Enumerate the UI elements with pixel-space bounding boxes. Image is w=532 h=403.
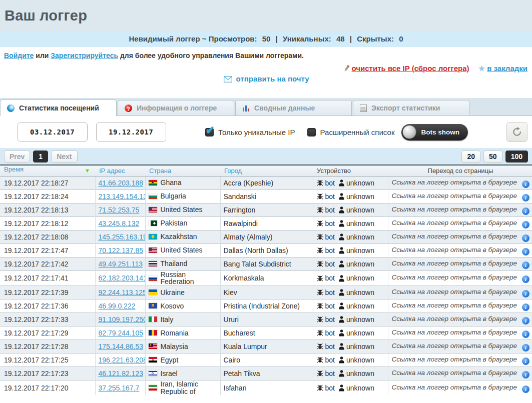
country-name: Kosovo bbox=[161, 302, 184, 310]
page-size-50-button[interactable]: 50 bbox=[483, 150, 502, 162]
ip-link[interactable]: 213.149.154.130 bbox=[99, 192, 146, 200]
ip-link[interactable]: 70.122.137.85 bbox=[99, 246, 144, 254]
info-icon[interactable]: i bbox=[522, 317, 529, 324]
referrer-text: Ссылка на логгер открыта в браузере bbox=[391, 369, 517, 376]
info-icon[interactable]: i bbox=[522, 221, 529, 228]
sort-desc-icon[interactable]: ▼ bbox=[85, 166, 90, 176]
tab-visit-statistics[interactable]: Статистика посещений bbox=[0, 100, 117, 116]
info-icon[interactable]: i bbox=[522, 208, 529, 215]
ip-link[interactable]: 82.79.244.105 bbox=[99, 329, 144, 337]
date-to-input[interactable] bbox=[96, 122, 166, 142]
column-header-country[interactable]: Страна bbox=[145, 166, 220, 176]
device-bot-label: bot bbox=[325, 233, 335, 241]
info-icon[interactable]: i bbox=[522, 262, 529, 269]
bookmark-link[interactable]: в закладки bbox=[487, 64, 527, 72]
country-flag-icon bbox=[149, 194, 157, 199]
ip-link[interactable]: 91.109.197.250 bbox=[99, 316, 146, 324]
tab-summary-data[interactable]: Сводные данные bbox=[235, 100, 352, 116]
visit-time: 19.12.2017 22:18:12 bbox=[0, 216, 95, 230]
ip-link[interactable]: 37.255.167.7 bbox=[99, 384, 140, 392]
next-page-button[interactable]: Next bbox=[51, 150, 77, 162]
ip-link[interactable]: 145.255.163.192 bbox=[99, 233, 146, 241]
country-name: United States bbox=[161, 246, 203, 254]
page-title: Ваш логгер bbox=[5, 8, 532, 24]
user-silhouette-icon bbox=[338, 233, 345, 240]
bot-spider-icon bbox=[316, 179, 324, 186]
device-bot-label: bot bbox=[325, 260, 335, 268]
ip-link[interactable]: 46.121.82.123 bbox=[99, 370, 144, 378]
country-flag-icon bbox=[149, 261, 157, 266]
table-row: 19.12.2017 22:17:25 196.221.63.208 Egypt… bbox=[0, 353, 532, 366]
page-size-20-button[interactable]: 20 bbox=[461, 150, 480, 162]
tab-label: Информация о логгере bbox=[137, 104, 217, 112]
referrer-text: Ссылка на логгер открыта в браузере bbox=[391, 342, 517, 350]
city: Korkmaskala bbox=[220, 270, 313, 286]
country-name: United States bbox=[161, 206, 203, 214]
visit-time: 19.12.2017 22:17:36 bbox=[0, 299, 95, 312]
ip-link[interactable]: 92.244.113.125 bbox=[99, 288, 146, 296]
info-icon[interactable]: i bbox=[522, 344, 529, 352]
tab-logger-info[interactable]: Информация о логгере bbox=[118, 100, 234, 116]
register-link[interactable]: Зарегистрируйтесь bbox=[51, 52, 118, 60]
visit-time: 19.12.2017 22:17:33 bbox=[0, 312, 95, 326]
info-icon[interactable]: i bbox=[522, 290, 529, 298]
country-flag-icon bbox=[149, 385, 157, 390]
refresh-button[interactable] bbox=[506, 122, 527, 142]
info-icon[interactable]: i bbox=[522, 276, 529, 283]
referrer-text: Ссылка на логгер открыта в браузере bbox=[391, 328, 517, 336]
views-count: 50 bbox=[262, 34, 271, 43]
ip-link[interactable]: 46.99.0.222 bbox=[99, 302, 136, 310]
current-page-button[interactable]: 1 bbox=[33, 150, 48, 162]
bot-spider-icon bbox=[316, 384, 324, 392]
column-header-time[interactable]: ▼ Время bbox=[0, 166, 95, 176]
column-header-ip[interactable]: IP адрес bbox=[95, 166, 145, 176]
ip-link[interactable]: 41.66.203.188 bbox=[99, 179, 144, 187]
prev-page-button[interactable]: Prev bbox=[4, 150, 30, 162]
date-from-input[interactable] bbox=[18, 122, 88, 142]
info-icon[interactable]: i bbox=[522, 304, 529, 311]
question-icon bbox=[125, 104, 132, 112]
tab-export-statistics[interactable]: Экспорт статистики bbox=[353, 100, 469, 116]
ip-link[interactable]: 43.245.8.132 bbox=[99, 220, 140, 228]
city: Pristina (Industrial Zone) bbox=[220, 299, 313, 312]
extended-list-checkbox[interactable] bbox=[307, 128, 316, 136]
login-link[interactable]: Войдите bbox=[4, 52, 34, 60]
user-silhouette-icon bbox=[338, 274, 345, 282]
device-bot-label: bot bbox=[325, 179, 335, 187]
links-section: Войдите или Зарегистрируйтесь для более … bbox=[0, 47, 532, 98]
ip-link[interactable]: 62.182.203.141 bbox=[99, 274, 146, 282]
page-size-100-button[interactable]: 100 bbox=[505, 150, 528, 162]
column-header-city[interactable]: Город bbox=[220, 166, 313, 176]
visit-time: 19.12.2017 22:17:42 bbox=[0, 257, 95, 270]
device-user-label: unknown bbox=[346, 316, 374, 324]
user-silhouette-icon bbox=[338, 316, 345, 323]
info-icon[interactable]: i bbox=[522, 248, 529, 256]
info-icon[interactable]: i bbox=[522, 194, 529, 202]
bots-shown-toggle[interactable]: Bots shown bbox=[401, 124, 468, 140]
device-user-label: unknown bbox=[346, 288, 374, 296]
visit-time: 19.12.2017 22:17:29 bbox=[0, 326, 95, 340]
info-icon[interactable]: i bbox=[522, 386, 529, 393]
auth-line: Войдите или Зарегистрируйтесь для более … bbox=[4, 52, 529, 60]
top-header: Ваш логгер bbox=[0, 0, 532, 31]
info-icon[interactable]: i bbox=[522, 234, 529, 242]
visit-time: 19.12.2017 22:18:13 bbox=[0, 203, 95, 216]
clear-all-ip-link[interactable]: очистить все IP (сброс логгера) bbox=[352, 64, 469, 72]
visit-time: 19.12.2017 22:17:47 bbox=[0, 244, 95, 257]
table-row: 19.12.2017 22:17:41 62.182.203.141 Russi… bbox=[0, 270, 532, 286]
send-mail-link[interactable]: отправить на почту bbox=[236, 74, 309, 83]
device-user-label: unknown bbox=[346, 302, 374, 310]
referrer-text: Ссылка на логгер открыта в браузере bbox=[391, 302, 517, 309]
unique-ip-checkbox[interactable] bbox=[205, 128, 214, 136]
ip-link[interactable]: 71.52.253.75 bbox=[99, 206, 140, 214]
ip-link[interactable]: 175.144.86.53 bbox=[99, 342, 144, 350]
info-icon[interactable]: i bbox=[522, 180, 529, 188]
info-icon[interactable]: i bbox=[522, 330, 529, 338]
referrer-text: Ссылка на логгер открыта в браузере bbox=[391, 274, 517, 281]
info-icon[interactable]: i bbox=[522, 371, 529, 378]
visit-time: 19.12.2017 22:17:28 bbox=[0, 340, 95, 353]
ip-link[interactable]: 49.49.251.113 bbox=[99, 260, 143, 268]
city: Ururi bbox=[220, 312, 313, 326]
info-icon[interactable]: i bbox=[522, 358, 529, 365]
ip-link[interactable]: 196.221.63.208 bbox=[99, 356, 146, 364]
